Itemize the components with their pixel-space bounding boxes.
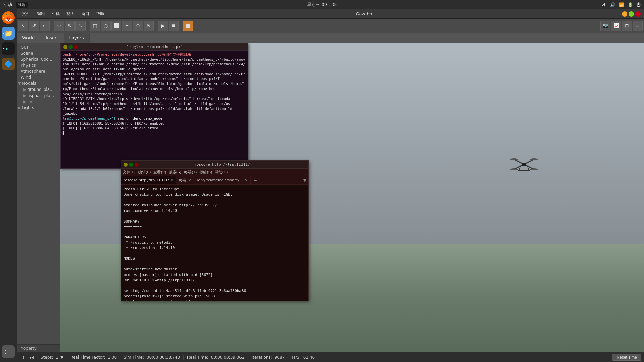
directionallight-btn[interactable]: ☀ [144,21,154,31]
menu-edit[interactable]: 编辑 [35,10,47,17]
tree-item-atmosphere-label: Atmosphere [21,69,45,74]
dock-item-files[interactable]: 📁 [2,27,15,40]
network-icon[interactable]: 📶 [619,2,624,7]
roscore-tab-2[interactable]: 终端 × [176,176,194,184]
reset-time-button[interactable]: Reset Time [612,354,641,361]
battery-icon[interactable]: 🔋 [628,2,633,7]
tree-item-asphalt[interactable]: ▶ asphalt_pla... [17,93,60,99]
dock-item-terminal[interactable]: ▶_ [2,42,15,55]
pause-btn[interactable]: ⏸ [22,355,27,360]
box-btn[interactable]: □ [90,21,100,31]
close-button[interactable] [635,11,641,17]
dock-item-apps[interactable]: ⋮⋮ [2,345,15,358]
tab-menu-btn[interactable]: ▼ [301,176,308,184]
roscore-win-btns [124,163,139,167]
tree-item-wind[interactable]: Wind [17,74,60,80]
roscore-tab-1-close[interactable]: × [171,178,173,182]
tab-world[interactable]: World [17,33,40,43]
tree-toggle-models: ▼ [18,81,21,86]
new-tab-btn[interactable]: + [251,176,259,184]
rc-line-4: ros_comm version 1.14.10 [124,208,306,214]
minimize-button[interactable] [622,11,627,17]
terminal-window-1[interactable]: lrp@lrp: ~/prometheus_px4 bash: /home/lr… [60,43,248,169]
active-tool-btn[interactable]: ■ [183,21,193,31]
3d-viewport[interactable]: lrp@lrp: ~/prometheus_px4 bash: /home/lr… [60,43,644,352]
term1-min-btn[interactable] [63,45,67,49]
rc-menu-help[interactable]: 帮助(H) [215,170,228,175]
tree-item-iris[interactable]: ▶ iris [17,99,60,105]
term1-close-btn[interactable] [74,45,78,49]
tab-layers[interactable]: Layers [64,33,90,43]
tree-item-lights-label: Lights [22,105,34,110]
tree-item-lights[interactable]: ▶ Lights [17,105,60,111]
roscore-tab-2-close[interactable]: × [188,178,191,182]
undo-btn[interactable]: ↺ [29,21,39,31]
tree-item-physics[interactable]: Physics [17,62,60,68]
stop-btn[interactable]: ⏹ [169,21,179,31]
play-btn[interactable]: ▶ [158,21,168,31]
maximize-button[interactable] [629,11,634,17]
terminal-1-win-btns [63,45,78,49]
roscore-close-btn[interactable] [135,163,139,167]
roscore-title: roscore http://lrp:11311/ [194,162,250,167]
rc-menu-search[interactable]: 搜索(S) [169,170,182,175]
rc-menu-file[interactable]: 文件(F) [123,170,136,175]
roscore-tab-3-label: /opt/ros/melodic/share/... [197,178,243,182]
menu-window[interactable]: 窗口 [79,10,91,17]
svg-point-7 [513,158,515,160]
dock-item-layers[interactable]: 🔷 [2,58,15,70]
roscore-tab-3[interactable]: /opt/ros/melodic/share/... × [194,176,251,184]
roscore-max-btn[interactable] [129,163,133,167]
tree-item-gui[interactable]: GUI [17,44,60,50]
tree-item-spherical-label: Spherical Coo... [21,57,52,62]
cylinder-btn[interactable]: ⬜ [111,21,121,31]
roscore-tab-3-close[interactable]: × [245,178,247,182]
tree-item-ground-plane[interactable]: ▶ ground_pla... [17,86,60,93]
rc-line-7: PARAMETERS [124,235,306,240]
tree-item-physics-label: Physics [21,63,36,68]
grid-btn[interactable]: ⊞ [622,21,632,31]
tree-item-atmosphere[interactable]: Atmosphere [17,68,60,74]
steps-down-icon[interactable]: ▼ [60,355,63,360]
terminal-1-title-bar: lrp@lrp: ~/prometheus_px4 [61,43,248,51]
activities-label[interactable]: 活动 [3,2,12,8]
rc-line-1: Press Ctrl-C to interrupt [124,187,306,192]
menu-file[interactable]: 文件 [20,10,32,17]
roscore-tab-1[interactable]: roscore http://lrp:11311/ × [121,176,176,184]
roscore-min-btn[interactable] [124,163,128,167]
tree-item-spherical[interactable]: Spherical Coo... [17,56,60,62]
rc-menu-edit[interactable]: 编辑(E) [138,170,151,175]
select-tool-btn[interactable]: ↖ [18,21,28,31]
volume-icon[interactable]: 🔊 [610,2,615,7]
menu-help[interactable]: 帮助 [94,10,106,17]
rc-menu-terminal[interactable]: 终端(T) [184,170,197,175]
camera-btn[interactable]: 📷 [600,21,610,31]
menu-view[interactable]: 视图 [64,10,76,17]
apps-grid-icon[interactable]: ⋮⋮ [2,345,15,358]
spotlight-btn[interactable]: ⊕ [133,21,143,31]
pointlight-btn[interactable]: ✦ [122,21,132,31]
step-forward-btn[interactable]: ⏭ [30,355,34,360]
tab-insert[interactable]: Insert [40,33,64,43]
toolbar-sep-2 [88,22,88,30]
term1-max-btn[interactable] [69,45,73,49]
tree-item-scene[interactable]: Scene [17,50,60,56]
plot-btn[interactable]: 📈 [611,21,621,31]
translate-btn[interactable]: ↔ [54,21,64,31]
power-icon[interactable]: ⏻ [636,2,641,7]
rc-line-6: ======== [124,224,306,230]
settings-btn[interactable]: ≡ [633,21,643,31]
term1-line-3: GAZEBO_MODEL_PATH :/home/lrp/Prometheus/… [63,72,246,81]
scale-btn[interactable]: ⤡ [75,21,86,31]
dock-item-firefox[interactable]: 🦊 [2,11,15,24]
tree-item-models[interactable]: ▼ Models [17,80,60,86]
menu-camera[interactable]: 相机 [50,10,62,17]
redo-btn[interactable]: ↩ [40,21,50,31]
roscore-window[interactable]: roscore http://lrp:11311/ 文件(F) 编辑(E) 查看… [121,160,309,301]
rotate-btn[interactable]: ↻ [65,21,75,31]
rc-menu-tabs[interactable]: 标签(B) [199,170,212,175]
rc-line-blank-4 [124,251,306,256]
layers-icon[interactable]: 🔷 [2,58,15,70]
sphere-btn[interactable]: ○ [101,21,111,31]
rc-menu-view[interactable]: 查看(V) [153,170,166,175]
